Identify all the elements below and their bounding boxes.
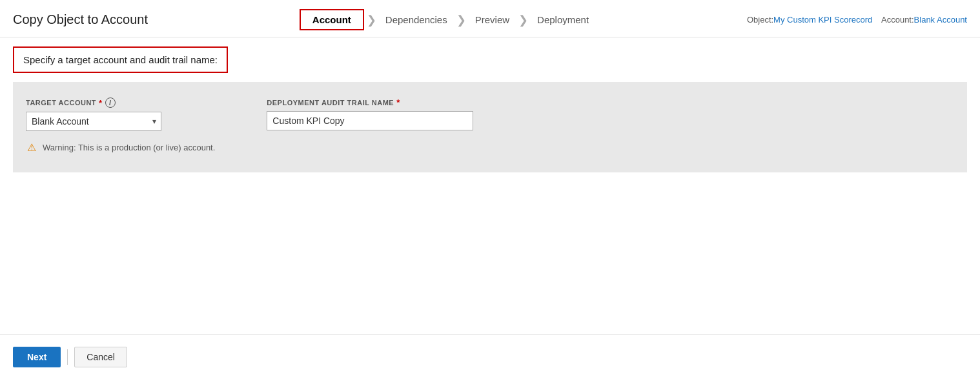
object-value: My Custom KPI Scorecord bbox=[773, 15, 872, 25]
target-account-group: TARGET ACCOUNT * i Blank Account Other A… bbox=[26, 97, 215, 153]
page-footer: Next Cancel bbox=[0, 334, 980, 379]
top-right-info: Object:My Custom KPI Scorecord Account:B… bbox=[747, 15, 967, 25]
account-value: Blank Account bbox=[914, 15, 967, 25]
page-header: Copy Object to Account Account ❯ Depende… bbox=[0, 0, 980, 37]
form-area: TARGET ACCOUNT * i Blank Account Other A… bbox=[13, 82, 967, 172]
audit-trail-group: DEPLOYMENT AUDIT TRAIL NAME * bbox=[267, 97, 473, 130]
audit-trail-label: DEPLOYMENT AUDIT TRAIL NAME * bbox=[267, 97, 473, 107]
wizard-step-dependencies[interactable]: Dependencies bbox=[379, 10, 454, 29]
step-preview-label: Preview bbox=[475, 14, 509, 25]
wizard-steps: Account ❯ Dependencies ❯ Preview ❯ Deplo… bbox=[300, 9, 595, 30]
wizard-step-deployment[interactable]: Deployment bbox=[531, 10, 595, 29]
step-account-label: Account bbox=[312, 14, 351, 25]
cancel-button[interactable]: Cancel bbox=[74, 347, 127, 367]
object-label: Object: bbox=[747, 15, 773, 25]
target-account-select-wrapper: Blank Account Other Account ▾ bbox=[26, 112, 161, 131]
target-account-select[interactable]: Blank Account Other Account bbox=[26, 112, 161, 131]
footer-divider bbox=[67, 349, 68, 365]
step-arrow-2: ❯ bbox=[456, 13, 466, 27]
page-title: Copy Object to Account bbox=[13, 12, 148, 27]
warning-icon: ⚠ bbox=[26, 141, 37, 153]
required-star-audit: * bbox=[396, 97, 400, 107]
instruction-box: Specify a target account and audit trail… bbox=[13, 46, 228, 73]
step-deployment-label: Deployment bbox=[537, 14, 589, 25]
next-button[interactable]: Next bbox=[13, 347, 61, 367]
target-account-label: TARGET ACCOUNT * i bbox=[26, 97, 215, 108]
wizard-step-account[interactable]: Account bbox=[300, 9, 364, 30]
step-arrow-3: ❯ bbox=[518, 13, 528, 27]
audit-trail-input[interactable] bbox=[267, 111, 473, 130]
info-icon-account[interactable]: i bbox=[105, 97, 116, 108]
wizard-step-preview[interactable]: Preview bbox=[469, 10, 516, 29]
step-dependencies-label: Dependencies bbox=[385, 14, 447, 25]
instruction-text: Specify a target account and audit trail… bbox=[23, 54, 218, 65]
warning-text: Warning: This is a production (or live) … bbox=[43, 143, 215, 152]
account-label: Account: bbox=[881, 15, 914, 25]
warning-row: ⚠ Warning: This is a production (or live… bbox=[26, 141, 215, 153]
required-star-account: * bbox=[99, 98, 103, 108]
step-arrow-1: ❯ bbox=[367, 13, 376, 27]
